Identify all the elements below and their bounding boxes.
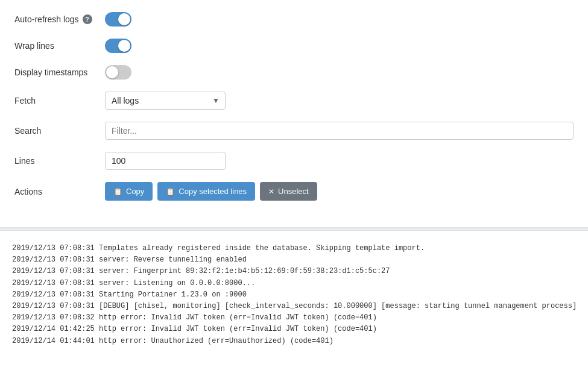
- copy-selected-button[interactable]: 📋 Copy selected lines: [157, 182, 255, 201]
- auto-refresh-help-icon[interactable]: ?: [83, 14, 92, 24]
- auto-refresh-label: Auto-refresh logs ?: [14, 14, 105, 24]
- lines-input[interactable]: [105, 152, 226, 170]
- unselect-icon: ✕: [268, 187, 274, 196]
- search-row: Search: [14, 122, 574, 140]
- auto-refresh-knob: [118, 13, 130, 25]
- log-line: 2019/12/14 01:42:25 http error: Invalid …: [12, 324, 576, 335]
- log-line: 2019/12/14 01:44:01 http error: Unauthor…: [12, 336, 576, 347]
- auto-refresh-toggle[interactable]: [105, 12, 131, 27]
- wrap-lines-knob: [118, 40, 130, 52]
- search-input[interactable]: [105, 122, 574, 140]
- copy-icon: 📋: [113, 187, 122, 196]
- search-label: Search: [14, 126, 105, 136]
- display-timestamps-label: Display timestamps: [14, 67, 105, 77]
- wrap-lines-label: Wrap lines: [14, 41, 105, 51]
- fetch-row: Fetch All logs Stdout Stderr ▼: [14, 92, 574, 110]
- copy-selected-icon: 📋: [166, 187, 175, 196]
- actions-label: Actions: [14, 187, 105, 196]
- auto-refresh-row: Auto-refresh logs ?: [14, 12, 574, 27]
- copy-button[interactable]: 📋 Copy: [105, 182, 153, 201]
- unselect-button[interactable]: ✕ Unselect: [260, 182, 317, 201]
- log-line: 2019/12/13 07:08:31 server: Listening on…: [12, 278, 576, 289]
- auto-refresh-slider: [105, 12, 131, 27]
- actions-buttons: 📋 Copy 📋 Copy selected lines ✕ Unselect: [105, 182, 317, 201]
- log-line: 2019/12/13 07:08:31 server: Fingerprint …: [12, 266, 576, 277]
- display-timestamps-row: Display timestamps: [14, 65, 574, 80]
- log-line: 2019/12/13 07:08:32 http error: Invalid …: [12, 312, 576, 324]
- log-output: 2019/12/13 07:08:31 Templates already re…: [0, 233, 588, 357]
- divider: [0, 227, 588, 231]
- lines-label: Lines: [14, 156, 105, 166]
- log-line: 2019/12/13 07:08:31 Templates already re…: [12, 243, 576, 254]
- wrap-lines-slider: [105, 39, 131, 53]
- log-line: 2019/12/13 07:08:31 [DEBUG] [chisel, mon…: [12, 301, 576, 312]
- display-timestamps-knob: [106, 66, 118, 78]
- display-timestamps-slider: [105, 65, 131, 80]
- wrap-lines-row: Wrap lines: [14, 39, 574, 53]
- fetch-label: Fetch: [14, 96, 105, 105]
- fetch-select-wrapper: All logs Stdout Stderr ▼: [105, 92, 226, 110]
- wrap-lines-toggle[interactable]: [105, 39, 131, 53]
- lines-row: Lines: [14, 152, 574, 170]
- display-timestamps-toggle[interactable]: [105, 65, 131, 80]
- actions-row: Actions 📋 Copy 📋 Copy selected lines ✕ U…: [14, 182, 574, 201]
- log-line: 2019/12/13 07:08:31 Starting Portainer 1…: [12, 289, 576, 301]
- log-line: 2019/12/13 07:08:31 server: Reverse tunn…: [12, 254, 576, 266]
- settings-panel: Auto-refresh logs ? Wrap lines Display t…: [0, 0, 588, 225]
- fetch-select[interactable]: All logs Stdout Stderr: [105, 92, 226, 110]
